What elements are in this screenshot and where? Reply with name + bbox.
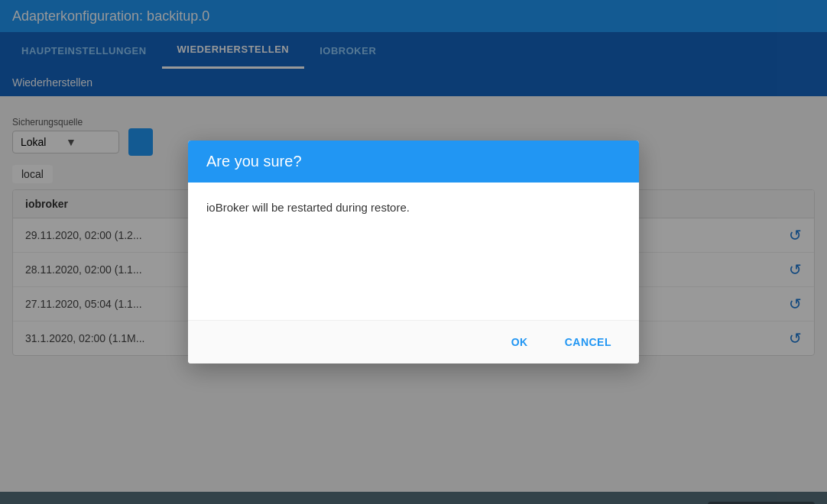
dialog-footer: OK CANCEL	[188, 320, 639, 363]
modal-overlay: Are you sure? ioBroker will be restarted…	[0, 0, 827, 504]
confirm-dialog: Are you sure? ioBroker will be restarted…	[188, 141, 639, 363]
dialog-ok-button[interactable]: OK	[496, 330, 543, 354]
dialog-cancel-button[interactable]: CANCEL	[550, 330, 627, 354]
dialog-header: Are you sure?	[188, 141, 639, 183]
dialog-body: ioBroker will be restarted during restor…	[188, 183, 639, 320]
